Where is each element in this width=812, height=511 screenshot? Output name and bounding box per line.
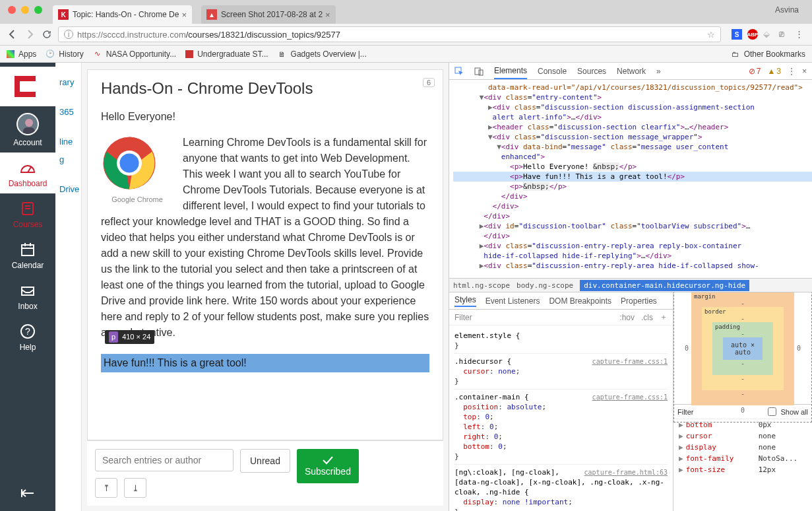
nav-calendar[interactable]: Calendar bbox=[0, 234, 55, 275]
profile-name[interactable]: Asvina bbox=[775, 5, 804, 18]
browser-tab-active[interactable]: K Topic: Hands-On - Chrome De × bbox=[53, 5, 192, 24]
menu-icon[interactable]: ⋮ bbox=[795, 29, 805, 40]
nav-courses[interactable]: Courses bbox=[0, 193, 55, 234]
bookmark-item[interactable]: 🕑History bbox=[46, 50, 83, 59]
inbox-icon bbox=[19, 282, 36, 299]
avatar-icon bbox=[16, 113, 39, 135]
expand-replies-button[interactable]: ⤓ bbox=[124, 478, 146, 498]
css-rules[interactable]: element.style {} capture-frame.css:1.hid… bbox=[449, 325, 673, 511]
svg-rect-1 bbox=[15, 76, 36, 81]
new-rule-icon[interactable]: ＋ bbox=[660, 312, 668, 323]
minimize-window-icon[interactable] bbox=[21, 6, 29, 14]
discussion-entry: 6 Hands-On - Chrome DevTools Hello Every… bbox=[87, 69, 443, 440]
tab-properties[interactable]: Properties bbox=[621, 296, 657, 306]
nav-dashboard[interactable]: Dashboard bbox=[0, 153, 55, 193]
cast-icon[interactable]: ⎚ bbox=[779, 29, 790, 40]
bookmark-item[interactable]: Undergraduate ST... bbox=[185, 50, 268, 59]
back-button[interactable] bbox=[7, 28, 18, 40]
tab-close-icon[interactable]: × bbox=[325, 10, 330, 20]
url-host: https://scccd.instructure.com bbox=[77, 30, 186, 40]
devtools-tabbar: Elements Console Sources Network » ⊘7 ▲3… bbox=[449, 63, 812, 80]
site-info-icon[interactable]: i bbox=[64, 30, 73, 39]
close-window-icon[interactable] bbox=[8, 6, 16, 14]
browser-tabstrip: K Topic: Hands-On - Chrome De × ▲ Screen… bbox=[0, 0, 812, 24]
warning-count[interactable]: ▲3 bbox=[767, 67, 781, 76]
nav-account[interactable]: Account bbox=[0, 106, 55, 153]
image-favicon-icon: ▲ bbox=[206, 9, 217, 20]
cls-toggle[interactable]: .cls bbox=[641, 313, 653, 322]
institution-logo-icon bbox=[13, 73, 42, 100]
hov-toggle[interactable]: :hov bbox=[619, 313, 635, 322]
bookmark-item[interactable]: 🗎Gadgets Overview |... bbox=[278, 50, 367, 59]
crumb-item[interactable]: body.ng-scope bbox=[516, 281, 573, 290]
tooltip-dimensions: 410 × 24 bbox=[122, 331, 150, 343]
course-nav: rary 365 line g Drive bbox=[55, 63, 82, 511]
tab-elements[interactable]: Elements bbox=[494, 63, 527, 79]
calendar-icon bbox=[19, 241, 36, 258]
page-icon: 🗎 bbox=[278, 50, 287, 59]
other-bookmarks[interactable]: 🗀Other Bookmarks bbox=[731, 50, 805, 59]
collapse-replies-button[interactable]: ⤒ bbox=[95, 478, 117, 498]
nasa-icon: ∿ bbox=[93, 50, 102, 59]
discussion-toolbar: Unread ⤒ ⤓ Subscribed bbox=[87, 440, 443, 506]
styles-tabbar: Styles Event Listeners DOM Breakpoints P… bbox=[449, 292, 673, 310]
discussion-greeting: Hello Everyone! bbox=[101, 111, 429, 123]
tab-styles[interactable]: Styles bbox=[454, 295, 476, 307]
nav-collapse[interactable] bbox=[0, 478, 55, 511]
inspected-element-highlight: Have fun!!! This is a great tool! bbox=[101, 354, 429, 372]
tab-sources[interactable]: Sources bbox=[577, 64, 606, 79]
check-icon bbox=[322, 456, 334, 465]
error-count[interactable]: ⊘7 bbox=[749, 67, 761, 76]
abp-extension-icon[interactable]: ABP bbox=[747, 29, 758, 40]
star-icon[interactable]: ☆ bbox=[707, 30, 715, 40]
crumb-item-active[interactable]: div.container-main.hidecursor.ng-hide bbox=[580, 280, 749, 291]
url-path: /courses/18321/discussion_topics/92577 bbox=[186, 30, 340, 40]
breadcrumb[interactable]: html.ng-scope body.ng-scope div.containe… bbox=[449, 278, 812, 292]
extension-icon[interactable]: ⬙ bbox=[763, 29, 774, 40]
canvas-logo[interactable] bbox=[0, 67, 55, 106]
course-nav-item[interactable]: Drive bbox=[55, 180, 81, 198]
extension-icon[interactable]: S bbox=[732, 29, 742, 40]
devtools-menu-icon[interactable]: ⋮ bbox=[788, 67, 796, 76]
canvas-global-nav: Account Dashboard Courses Calendar Inbox… bbox=[0, 63, 55, 511]
discussion-panel: 6 Hands-On - Chrome DevTools Hello Every… bbox=[82, 63, 449, 511]
window-controls[interactable] bbox=[8, 6, 42, 14]
tab-console[interactable]: Console bbox=[538, 64, 567, 79]
reload-button[interactable] bbox=[41, 28, 53, 40]
bookmark-item[interactable]: ∿NASA Opportunity... bbox=[93, 50, 177, 59]
dom-tree[interactable]: data-mark-read-url="/api/v1/courses/1832… bbox=[449, 80, 812, 278]
tab-network[interactable]: Network bbox=[617, 64, 646, 79]
apps-shortcut[interactable]: Apps bbox=[7, 50, 36, 59]
bookmarks-bar: Apps 🕑History ∿NASA Opportunity... Under… bbox=[0, 46, 812, 63]
svg-rect-2 bbox=[15, 92, 36, 97]
inspect-element-icon[interactable] bbox=[454, 67, 464, 76]
course-nav-item[interactable]: rary bbox=[55, 73, 81, 91]
canvas-favicon-icon: K bbox=[58, 9, 69, 20]
subscribed-button[interactable]: Subscribed bbox=[297, 449, 359, 483]
device-toolbar-icon[interactable] bbox=[474, 67, 484, 76]
more-tabs-icon[interactable]: » bbox=[656, 67, 661, 76]
box-model[interactable]: position 0 0 margin - border - padding -… bbox=[673, 292, 812, 405]
reply-count-badge: 6 bbox=[423, 78, 435, 87]
search-input[interactable] bbox=[95, 449, 234, 471]
zoom-window-icon[interactable] bbox=[34, 6, 42, 14]
course-nav-item[interactable]: g bbox=[55, 151, 81, 168]
tab-close-icon[interactable]: × bbox=[181, 10, 187, 20]
course-nav-item[interactable]: 365 bbox=[55, 103, 81, 121]
nav-inbox[interactable]: Inbox bbox=[0, 275, 55, 316]
course-nav-item[interactable]: line bbox=[55, 133, 81, 151]
page-icon bbox=[185, 50, 193, 58]
tab-dom-breakpoints[interactable]: DOM Breakpoints bbox=[549, 296, 611, 306]
tab-event-listeners[interactable]: Event Listeners bbox=[485, 296, 540, 306]
forward-button[interactable] bbox=[24, 28, 36, 40]
browser-tab[interactable]: ▲ Screen Shot 2017-08-28 at 2 × bbox=[201, 5, 336, 24]
devtools-close-icon[interactable]: × bbox=[802, 67, 807, 76]
discussion-title: Hands-On - Chrome DevTools bbox=[101, 79, 429, 98]
crumb-item[interactable]: html.ng-scope bbox=[453, 281, 510, 290]
styles-filter-row: Filter :hov .cls ＋ bbox=[449, 310, 673, 325]
address-bar[interactable]: i https://scccd.instructure.com/courses/… bbox=[58, 26, 721, 42]
nav-help[interactable]: ? Help bbox=[0, 316, 55, 357]
unread-button[interactable]: Unread bbox=[240, 449, 290, 473]
svg-rect-8 bbox=[22, 245, 34, 256]
filter-input[interactable]: Filter bbox=[454, 313, 472, 322]
